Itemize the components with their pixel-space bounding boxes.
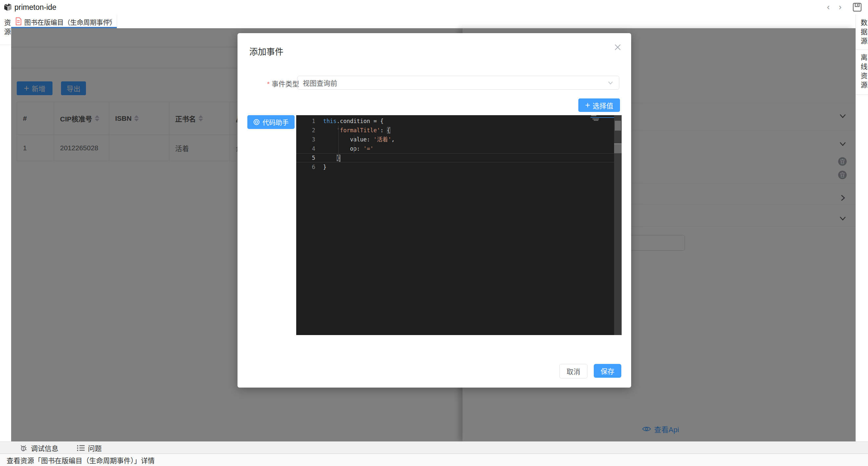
cancel-label: 取消 — [566, 366, 580, 376]
required-mark: * — [267, 80, 270, 88]
select-value-button[interactable]: 选择值 — [578, 98, 620, 112]
save-label: 保存 — [601, 366, 614, 376]
status-bar: 查看资源「图书在版编目（生命周期事件）」详情 — [0, 454, 868, 466]
sidebar-item-datasource[interactable]: 数据源 — [859, 19, 868, 47]
plus-icon — [585, 103, 590, 108]
add-event-dialog: 添加事件 * 事件类型 视图查询前 选择值 代码助手 1this.con — [238, 33, 631, 387]
save-icon[interactable] — [852, 2, 862, 12]
divider — [856, 50, 868, 50]
code-assistant-icon — [253, 119, 260, 125]
indent-guide — [354, 135, 354, 153]
chevron-down-icon — [607, 80, 614, 86]
scrollbar-thumb[interactable] — [615, 121, 621, 130]
problems-label: 问题 — [88, 443, 102, 453]
close-icon[interactable] — [614, 43, 622, 52]
app-title: primeton-ide — [14, 3, 56, 12]
sidebar-item-resources[interactable]: 资源 — [2, 19, 12, 37]
bug-icon — [20, 444, 28, 452]
left-sidebar: 资源 — [0, 14, 11, 441]
divider — [0, 45, 11, 45]
back-icon[interactable]: ‹ — [824, 3, 833, 11]
dialog-title: 添加事件 — [249, 45, 283, 57]
event-type-select[interactable]: 视图查询前 — [297, 76, 619, 90]
text-cursor — [340, 154, 340, 162]
document-icon — [15, 18, 22, 25]
code-line: 3 value: '活着', — [296, 135, 622, 144]
code-assistant-button[interactable]: 代码助手 — [247, 115, 294, 129]
code-editor[interactable]: 1this.condition = {2 'formalTitle': {3 v… — [296, 115, 622, 335]
indent-guide — [338, 126, 339, 163]
code-line: 4 op: '=' — [296, 144, 622, 153]
app-logo-icon — [3, 3, 12, 12]
sidebar-item-offline-resources[interactable]: 离线资源 — [859, 54, 868, 91]
tab-book-cip[interactable]: 图书在版编目（生命周期事件） — [11, 14, 117, 28]
close-icon[interactable] — [107, 18, 113, 24]
list-icon — [77, 444, 85, 452]
problems-button[interactable]: 问题 — [77, 443, 102, 453]
tab-label: 图书在版编目（生命周期事件） — [24, 18, 116, 27]
status-text: 查看资源「图书在版编目（生命周期事件）」详情 — [6, 455, 155, 465]
code-line: 5 } — [296, 153, 622, 163]
scrollbar-decoration — [614, 143, 622, 153]
divider — [856, 94, 868, 95]
code-line: 2 'formalTitle': { — [296, 126, 622, 135]
save-button[interactable]: 保存 — [594, 364, 621, 378]
select-value-label: 选择值 — [593, 100, 614, 110]
code-assistant-label: 代码助手 — [262, 117, 289, 127]
app-window: primeton-ide ‹ › 资源 数据源 离线资源 — [0, 0, 868, 466]
minimap — [590, 115, 614, 335]
code-line: 6} — [296, 163, 622, 172]
editor-scrollbar[interactable] — [614, 115, 622, 335]
title-bar: primeton-ide ‹ › — [0, 0, 868, 15]
tab-bar: 图书在版编目（生命周期事件） — [11, 14, 856, 29]
event-type-label: * 事件类型 — [256, 79, 299, 88]
cancel-button[interactable]: 取消 — [559, 364, 588, 378]
code-line: 1this.condition = { — [296, 117, 622, 126]
debug-info-button[interactable]: 调试信息 — [20, 443, 58, 453]
right-sidebar: 数据源 离线资源 — [856, 14, 868, 441]
event-type-value: 视图查询前 — [303, 78, 607, 88]
debug-info-label: 调试信息 — [31, 443, 58, 453]
forward-icon[interactable]: › — [836, 3, 844, 11]
bottom-panel-bar: 调试信息 问题 — [0, 441, 868, 454]
code-lines: 1this.condition = {2 'formalTitle': {3 v… — [296, 117, 622, 172]
